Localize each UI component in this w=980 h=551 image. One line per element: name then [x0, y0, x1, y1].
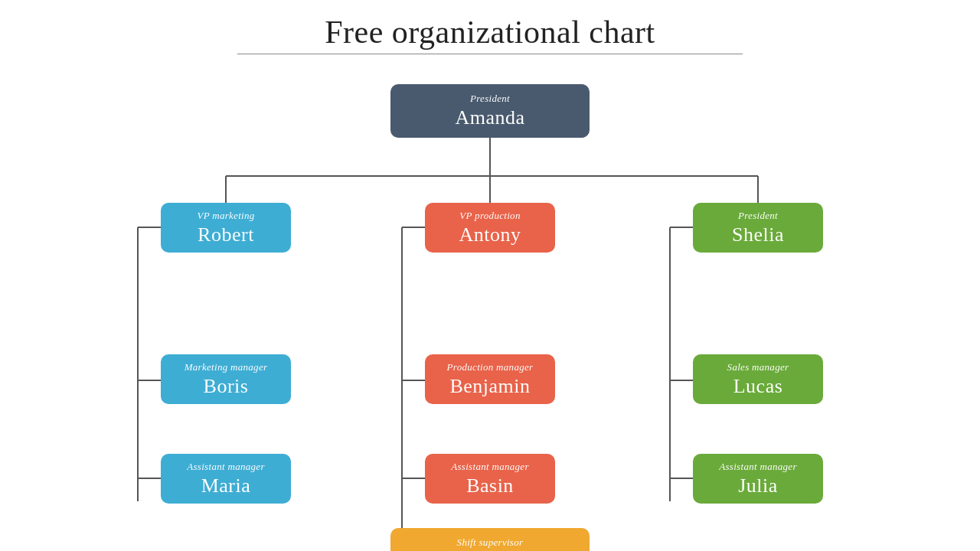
node-asst-julia: Assistant manager Julia: [693, 454, 823, 504]
node-president: President Amanda: [390, 84, 590, 138]
node-vp-production: VP production Antony: [425, 203, 555, 253]
node-asst-basin: Assistant manager Basin: [425, 454, 555, 504]
asst-julia-role: Assistant manager: [719, 461, 797, 473]
node-vp-marketing: VP marketing Robert: [161, 203, 291, 253]
node-production-manager: Production manager Benjamin: [425, 354, 555, 404]
vp-marketing-name: Robert: [198, 223, 254, 246]
vp-marketing-role: VP marketing: [197, 210, 254, 222]
org-chart: President Amanda VP marketing Robert VP …: [38, 69, 942, 543]
president2-role: President: [738, 210, 778, 222]
president-name: Amanda: [455, 106, 524, 129]
sales-manager-name: Lucas: [733, 375, 783, 398]
node-marketing-manager: Marketing manager Boris: [161, 354, 291, 404]
asst-basin-role: Assistant manager: [451, 461, 529, 473]
shift-amanda-role: Shift supervisor: [457, 536, 524, 549]
marketing-manager-role: Marketing manager: [185, 361, 268, 373]
sales-manager-role: Sales manager: [727, 361, 789, 373]
node-sales-manager: Sales manager Lucas: [693, 354, 823, 404]
president-role: President: [470, 93, 510, 105]
title-section: Free organizational chart: [0, 0, 980, 54]
asst-julia-name: Julia: [738, 474, 778, 497]
asst-maria-role: Assistant manager: [187, 461, 265, 473]
president2-name: Shelia: [732, 223, 784, 246]
node-shift-amanda: Shift supervisor Amanda: [390, 528, 590, 551]
page: Free organizational chart: [0, 0, 980, 551]
marketing-manager-name: Boris: [204, 375, 249, 398]
node-asst-maria: Assistant manager Maria: [161, 454, 291, 504]
vp-production-name: Antony: [459, 223, 521, 246]
vp-production-role: VP production: [459, 210, 520, 222]
production-manager-name: Benjamin: [449, 375, 530, 398]
production-manager-role: Production manager: [447, 361, 534, 373]
title-divider: [237, 54, 743, 54]
page-title: Free organizational chart: [0, 14, 980, 51]
asst-maria-name: Maria: [201, 474, 251, 497]
asst-basin-name: Basin: [466, 474, 514, 497]
node-president2: President Shelia: [693, 203, 823, 253]
